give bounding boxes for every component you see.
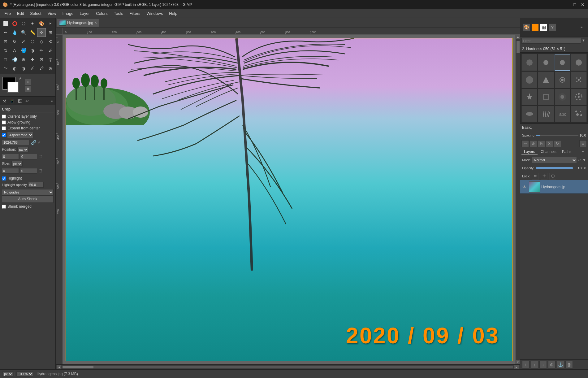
right-panel-configure-icon[interactable]: ≡ <box>581 25 586 30</box>
tool-perspective[interactable]: ◇ <box>37 37 46 46</box>
menu-layer[interactable]: Layer <box>77 10 93 17</box>
brush-filter-input[interactable] <box>521 38 581 44</box>
scroll-up-arrow[interactable]: ▲ <box>516 35 520 39</box>
tool-perspective-clone[interactable]: ⊠ <box>37 55 46 64</box>
tool-shear[interactable]: ⬡ <box>28 37 37 46</box>
layers-config-icon[interactable]: ≡ <box>582 150 587 154</box>
tool-ellipse-select[interactable]: ⭕ <box>10 19 19 28</box>
size-units-select[interactable]: px % <box>11 161 23 167</box>
brush-cell-12[interactable] <box>571 89 587 105</box>
brush-cell-13[interactable] <box>521 106 537 122</box>
paint-bucket-icon-btn[interactable]: 🎨 <box>523 24 530 31</box>
tool-clone[interactable]: ⊕ <box>19 55 28 64</box>
pattern-mode-icon[interactable]: ▦ <box>25 86 31 92</box>
brush-cell-10[interactable] <box>538 89 554 105</box>
toolbox-tab-undo[interactable]: ↩ <box>24 98 30 105</box>
tool-crop[interactable]: ⊡ <box>1 37 10 46</box>
anchor-layer-btn[interactable]: ⚓ <box>557 361 564 368</box>
tool-dodge-burn[interactable]: ◐ <box>10 64 19 73</box>
help-icon-btn[interactable]: ? <box>549 24 556 31</box>
tool-paths[interactable]: ✒ <box>1 28 10 37</box>
brush-cell-3[interactable] <box>555 54 570 71</box>
lock-alpha-btn[interactable]: ⬡ <box>549 173 556 180</box>
brush-cell-5[interactable] <box>521 72 537 88</box>
paths-tab[interactable]: Paths <box>560 149 574 155</box>
tool-foreground-select[interactable]: ⊛ <box>46 64 55 73</box>
tool-transform[interactable]: ⟲ <box>46 37 55 46</box>
layer-item-hydrangeas[interactable]: 👁 Hydrangeas.jp <box>520 180 588 194</box>
duplicate-layer-btn[interactable]: ⊕ <box>548 361 556 368</box>
menu-select[interactable]: Select <box>27 10 44 17</box>
menu-file[interactable]: File <box>1 10 14 17</box>
tool-mypaint[interactable]: 🖍 <box>37 64 46 73</box>
tool-measure[interactable]: 📏 <box>28 28 37 37</box>
current-layer-only-checkbox[interactable] <box>2 115 6 119</box>
scroll-left-arrow[interactable]: ◄ <box>57 365 61 369</box>
maximize-button[interactable]: □ <box>572 2 577 7</box>
brush-delete-icon[interactable]: ✕ <box>546 140 553 147</box>
brush-duplicate-icon[interactable]: ⊕ <box>530 140 537 147</box>
image-tab-close-button[interactable]: ✕ <box>94 21 97 25</box>
layer-mode-select[interactable]: Normal Multiply Screen Overlay <box>532 157 577 163</box>
menu-view[interactable]: View <box>45 10 59 17</box>
highlight-checkbox[interactable] <box>2 176 6 180</box>
brush-cell-16[interactable] <box>571 106 587 122</box>
tool-scissors[interactable]: ✂ <box>46 19 55 28</box>
brush-cell-15[interactable]: abc <box>555 106 570 122</box>
background-color[interactable] <box>7 82 19 93</box>
menu-colors[interactable]: Colors <box>93 10 111 17</box>
minimize-button[interactable]: – <box>564 2 569 7</box>
tool-by-color-select[interactable]: 🎨 <box>37 19 46 28</box>
brush-refresh-icon[interactable]: ↻ <box>554 140 561 147</box>
menu-filters[interactable]: Filters <box>126 10 143 17</box>
position-y-input[interactable] <box>20 154 37 159</box>
brush-cell-11[interactable] <box>555 89 570 105</box>
brush-cell-1[interactable] <box>521 54 537 71</box>
dimensions-input[interactable] <box>2 140 30 145</box>
brush-cell-7[interactable] <box>555 72 570 88</box>
tool-align[interactable]: ⊞ <box>46 28 55 37</box>
lock-position-btn[interactable]: ✛ <box>541 173 547 180</box>
tool-blur[interactable]: ◎ <box>46 55 55 64</box>
position-x-input[interactable] <box>2 154 19 159</box>
auto-shrink-button[interactable]: Auto Shrink <box>2 195 54 203</box>
guides-select[interactable]: No guides Center lines Rule of thirds <box>2 189 54 195</box>
tool-color-picker[interactable]: 💧 <box>10 28 19 37</box>
filter-dropdown-icon[interactable]: ▼ <box>582 38 587 43</box>
toolbox-tab-device[interactable]: 📱 <box>9 98 15 105</box>
allow-growing-checkbox[interactable] <box>2 120 6 124</box>
bg-color-btn[interactable]: ▦ <box>540 24 547 31</box>
scroll-thumb-v[interactable] <box>517 41 520 53</box>
highlight-opacity-input[interactable] <box>28 182 44 188</box>
tool-rotate[interactable]: ↻ <box>10 37 19 46</box>
menu-image[interactable]: Image <box>59 10 76 17</box>
tool-text[interactable]: A <box>10 46 19 55</box>
tool-rect-select[interactable]: ⬜ <box>1 19 10 28</box>
scroll-down-arrow[interactable]: ▼ <box>516 360 520 364</box>
tool-airbrush[interactable]: 💨 <box>10 55 19 64</box>
brush-edit-icon[interactable]: ✏ <box>521 140 529 147</box>
lock-pixels-btn[interactable]: ✏ <box>532 173 539 180</box>
delete-layer-btn[interactable]: 🗑 <box>565 361 573 368</box>
layer-mode-dropdown-icon[interactable]: ▼ <box>582 158 586 162</box>
swap-dimensions-icon[interactable]: ⇄ <box>37 140 41 145</box>
channels-tab[interactable]: Channels <box>538 149 559 155</box>
lower-layer-btn[interactable]: ↓ <box>539 361 547 368</box>
tool-pencil[interactable]: ✏ <box>37 46 46 55</box>
brush-config-icon[interactable]: ≡ <box>579 140 587 147</box>
brush-cell-9[interactable] <box>521 89 537 105</box>
menu-windows[interactable]: Windows <box>143 10 166 17</box>
brush-cell-8[interactable] <box>571 72 587 88</box>
tool-move[interactable]: ✛ <box>37 28 46 37</box>
fixed-select[interactable]: Aspect ratio Width Height Size <box>7 132 33 138</box>
tool-zoom[interactable]: 🔍 <box>19 28 28 37</box>
brush-cell-4[interactable] <box>571 54 587 71</box>
menu-help[interactable]: Help <box>166 10 180 17</box>
scroll-right-arrow[interactable]: ► <box>514 365 519 369</box>
shrink-merged-checkbox[interactable] <box>2 205 6 209</box>
toolbox-tab-tools[interactable]: ⚒ <box>1 98 8 105</box>
layer-visibility-icon[interactable]: 👁 <box>521 184 528 190</box>
tool-paintbrush[interactable]: 🖌 <box>46 46 55 55</box>
tool-eraser[interactable]: ◻ <box>1 55 10 64</box>
opacity-slider[interactable] <box>536 167 573 169</box>
